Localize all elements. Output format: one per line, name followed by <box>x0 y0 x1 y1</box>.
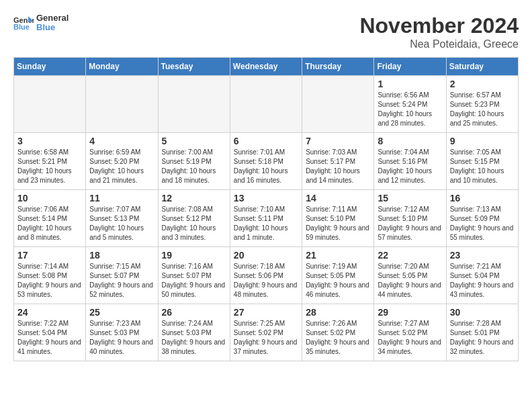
week-row-4: 24Sunrise: 7:22 AM Sunset: 5:04 PM Dayli… <box>14 304 519 361</box>
day-number: 10 <box>17 193 82 203</box>
header-wednesday: Wednesday <box>230 58 302 76</box>
day-info: Sunrise: 6:59 AM Sunset: 5:20 PM Dayligh… <box>89 148 154 185</box>
header-saturday: Saturday <box>446 58 518 76</box>
header-tuesday: Tuesday <box>158 58 230 76</box>
calendar-cell: 14Sunrise: 7:11 AM Sunset: 5:10 PM Dayli… <box>302 190 374 247</box>
day-info: Sunrise: 7:11 AM Sunset: 5:10 PM Dayligh… <box>306 205 370 242</box>
calendar-cell: 10Sunrise: 7:06 AM Sunset: 5:14 PM Dayli… <box>14 190 86 247</box>
calendar-cell: 9Sunrise: 7:05 AM Sunset: 5:15 PM Daylig… <box>446 133 518 190</box>
day-info: Sunrise: 7:14 AM Sunset: 5:08 PM Dayligh… <box>17 262 82 300</box>
day-number: 21 <box>306 250 370 261</box>
day-info: Sunrise: 7:25 AM Sunset: 5:02 PM Dayligh… <box>234 319 298 357</box>
day-info: Sunrise: 7:26 AM Sunset: 5:02 PM Dayligh… <box>306 319 370 357</box>
day-info: Sunrise: 7:22 AM Sunset: 5:04 PM Dayligh… <box>17 319 82 357</box>
day-info: Sunrise: 7:15 AM Sunset: 5:07 PM Dayligh… <box>89 262 154 300</box>
calendar-cell: 13Sunrise: 7:10 AM Sunset: 5:11 PM Dayli… <box>230 190 302 247</box>
day-info: Sunrise: 6:57 AM Sunset: 5:23 PM Dayligh… <box>450 91 515 128</box>
calendar-cell: 2Sunrise: 6:57 AM Sunset: 5:23 PM Daylig… <box>446 76 518 133</box>
day-number: 2 <box>450 79 515 89</box>
logo-icon: General Blue <box>13 15 34 31</box>
header-thursday: Thursday <box>302 58 374 76</box>
day-info: Sunrise: 7:20 AM Sunset: 5:05 PM Dayligh… <box>378 262 442 300</box>
svg-text:Blue: Blue <box>13 23 30 31</box>
day-number: 13 <box>234 193 298 203</box>
calendar-cell: 18Sunrise: 7:15 AM Sunset: 5:07 PM Dayli… <box>86 247 158 304</box>
day-number: 15 <box>378 193 442 203</box>
day-info: Sunrise: 7:23 AM Sunset: 5:03 PM Dayligh… <box>89 319 154 357</box>
logo-general: General <box>36 13 69 23</box>
day-info: Sunrise: 6:58 AM Sunset: 5:21 PM Dayligh… <box>17 148 82 185</box>
day-info: Sunrise: 7:08 AM Sunset: 5:12 PM Dayligh… <box>162 205 226 242</box>
calendar-cell: 19Sunrise: 7:16 AM Sunset: 5:07 PM Dayli… <box>158 247 230 304</box>
location-subtitle: Nea Poteidaia, Greece <box>359 38 519 50</box>
day-info: Sunrise: 7:03 AM Sunset: 5:17 PM Dayligh… <box>306 148 370 185</box>
day-info: Sunrise: 7:28 AM Sunset: 5:01 PM Dayligh… <box>450 319 515 357</box>
day-number: 14 <box>306 193 370 203</box>
calendar-cell: 7Sunrise: 7:03 AM Sunset: 5:17 PM Daylig… <box>302 133 374 190</box>
calendar-cell: 11Sunrise: 7:07 AM Sunset: 5:13 PM Dayli… <box>86 190 158 247</box>
calendar-cell: 16Sunrise: 7:13 AM Sunset: 5:09 PM Dayli… <box>446 190 518 247</box>
calendar-cell: 27Sunrise: 7:25 AM Sunset: 5:02 PM Dayli… <box>230 304 302 361</box>
day-info: Sunrise: 7:06 AM Sunset: 5:14 PM Dayligh… <box>17 205 82 242</box>
calendar-cell: 3Sunrise: 6:58 AM Sunset: 5:21 PM Daylig… <box>14 133 86 190</box>
header-monday: Monday <box>86 58 158 76</box>
day-number: 29 <box>378 307 442 318</box>
day-number: 9 <box>450 136 515 146</box>
day-number: 18 <box>89 250 154 261</box>
calendar-cell: 8Sunrise: 7:04 AM Sunset: 5:16 PM Daylig… <box>374 133 446 190</box>
calendar-body: 1Sunrise: 6:56 AM Sunset: 5:24 PM Daylig… <box>14 76 519 361</box>
calendar-cell: 24Sunrise: 7:22 AM Sunset: 5:04 PM Dayli… <box>14 304 86 361</box>
calendar-cell: 4Sunrise: 6:59 AM Sunset: 5:20 PM Daylig… <box>86 133 158 190</box>
day-info: Sunrise: 7:18 AM Sunset: 5:06 PM Dayligh… <box>234 262 298 300</box>
day-number: 25 <box>89 307 154 318</box>
page-header: General Blue General Blue November 2024 … <box>13 13 519 50</box>
calendar-cell: 28Sunrise: 7:26 AM Sunset: 5:02 PM Dayli… <box>302 304 374 361</box>
day-number: 27 <box>234 307 298 318</box>
calendar-cell: 21Sunrise: 7:19 AM Sunset: 5:05 PM Dayli… <box>302 247 374 304</box>
calendar-cell <box>230 76 302 133</box>
calendar-cell: 26Sunrise: 7:24 AM Sunset: 5:03 PM Dayli… <box>158 304 230 361</box>
day-number: 19 <box>162 250 226 261</box>
calendar-header-row: SundayMondayTuesdayWednesdayThursdayFrid… <box>14 58 519 76</box>
logo-blue: Blue <box>36 23 69 32</box>
calendar-cell: 25Sunrise: 7:23 AM Sunset: 5:03 PM Dayli… <box>86 304 158 361</box>
day-info: Sunrise: 7:10 AM Sunset: 5:11 PM Dayligh… <box>234 205 298 242</box>
calendar-cell: 23Sunrise: 7:21 AM Sunset: 5:04 PM Dayli… <box>446 247 518 304</box>
header-friday: Friday <box>374 58 446 76</box>
day-info: Sunrise: 7:05 AM Sunset: 5:15 PM Dayligh… <box>450 148 515 185</box>
title-area: November 2024 Nea Poteidaia, Greece <box>359 13 519 50</box>
day-number: 30 <box>450 307 515 318</box>
day-info: Sunrise: 7:07 AM Sunset: 5:13 PM Dayligh… <box>89 205 154 242</box>
day-info: Sunrise: 7:12 AM Sunset: 5:10 PM Dayligh… <box>378 205 442 242</box>
day-info: Sunrise: 7:04 AM Sunset: 5:16 PM Dayligh… <box>378 148 442 185</box>
day-info: Sunrise: 7:01 AM Sunset: 5:18 PM Dayligh… <box>234 148 298 185</box>
week-row-2: 10Sunrise: 7:06 AM Sunset: 5:14 PM Dayli… <box>14 190 519 247</box>
day-number: 4 <box>89 136 154 146</box>
calendar-cell <box>302 76 374 133</box>
day-number: 26 <box>162 307 226 318</box>
day-info: Sunrise: 7:19 AM Sunset: 5:05 PM Dayligh… <box>306 262 370 300</box>
calendar-cell: 30Sunrise: 7:28 AM Sunset: 5:01 PM Dayli… <box>446 304 518 361</box>
day-number: 8 <box>378 136 442 146</box>
week-row-0: 1Sunrise: 6:56 AM Sunset: 5:24 PM Daylig… <box>14 76 519 133</box>
day-info: Sunrise: 7:24 AM Sunset: 5:03 PM Dayligh… <box>162 319 226 357</box>
day-info: Sunrise: 6:56 AM Sunset: 5:24 PM Dayligh… <box>378 91 442 128</box>
day-info: Sunrise: 7:00 AM Sunset: 5:19 PM Dayligh… <box>162 148 226 185</box>
day-number: 5 <box>162 136 226 146</box>
day-number: 16 <box>450 193 515 203</box>
day-number: 12 <box>162 193 226 203</box>
calendar-cell: 29Sunrise: 7:27 AM Sunset: 5:02 PM Dayli… <box>374 304 446 361</box>
day-number: 28 <box>306 307 370 318</box>
day-info: Sunrise: 7:13 AM Sunset: 5:09 PM Dayligh… <box>450 205 515 242</box>
header-sunday: Sunday <box>14 58 86 76</box>
day-info: Sunrise: 7:27 AM Sunset: 5:02 PM Dayligh… <box>378 319 442 357</box>
calendar-cell: 6Sunrise: 7:01 AM Sunset: 5:18 PM Daylig… <box>230 133 302 190</box>
day-number: 23 <box>450 250 515 261</box>
day-number: 7 <box>306 136 370 146</box>
day-number: 3 <box>17 136 82 146</box>
day-number: 11 <box>89 193 154 203</box>
calendar-cell: 12Sunrise: 7:08 AM Sunset: 5:12 PM Dayli… <box>158 190 230 247</box>
day-number: 20 <box>234 250 298 261</box>
day-number: 1 <box>378 79 442 89</box>
calendar-cell <box>86 76 158 133</box>
